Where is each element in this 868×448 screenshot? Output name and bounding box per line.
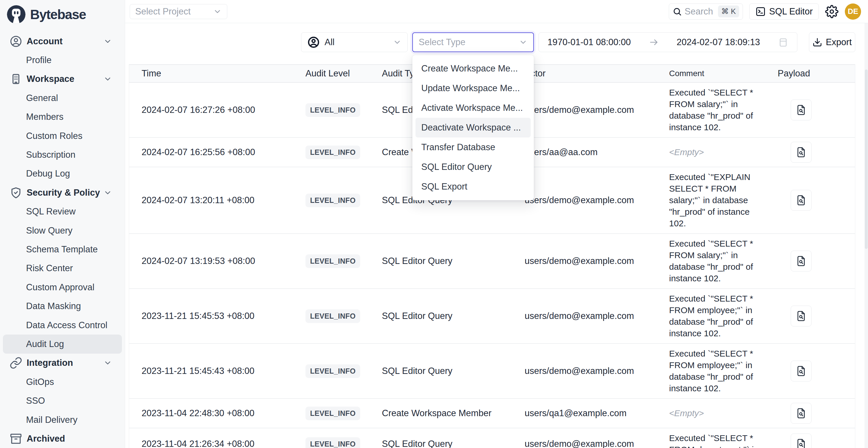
user-circle-icon [9,35,22,48]
date-range-picker[interactable]: 1970-01-01 08:00:00 2024-02-07 18:09:13 [538,32,797,52]
dropdown-option-create-workspace-member[interactable]: Create Workspace Me... [415,59,531,78]
shield-check-icon [9,186,22,199]
sidebar-item-account[interactable]: Account [0,32,125,51]
sql-editor-button[interactable]: SQL Editor [749,3,819,20]
table-row: 2023-11-21 15:45:43 +08:00 LEVEL_INFO SQ… [129,344,855,399]
table-row: 2023-11-21 15:45:53 +08:00 LEVEL_INFO SQ… [129,289,855,344]
avatar[interactable]: DE [845,3,861,20]
sidebar-item-subscription[interactable]: Subscription [0,145,125,164]
logo[interactable]: Bytebase [0,0,125,24]
chevron-down-icon [213,7,222,16]
payload-view-button[interactable] [791,306,811,326]
payload-view-button[interactable] [791,190,811,211]
file-search-icon [796,256,807,266]
download-icon [812,37,822,47]
sidebar-item-gitops[interactable]: GitOps [0,373,125,391]
sidebar-item-workspace[interactable]: Workspace [0,70,125,89]
sidebar-item-custom-roles[interactable]: Custom Roles [0,126,125,145]
brand-name: Bytebase [30,7,86,22]
column-header-comment: Comment [666,69,770,78]
calendar-icon [778,37,788,47]
payload-view-button[interactable] [791,142,811,163]
gear-icon[interactable] [825,5,838,18]
user-circle-icon [307,36,320,49]
search-input[interactable]: Search ⌘ K [669,3,743,20]
dropdown-option-transfer-database[interactable]: Transfer Database [415,137,531,157]
sidebar-item-sql-review[interactable]: SQL Review [0,202,125,221]
level-badge: LEVEL_INFO [305,309,360,323]
chevron-down-icon [519,38,528,46]
actor-filter-select[interactable]: All [301,32,408,52]
type-filter-select[interactable]: Select Type [412,32,534,52]
sidebar-item-members[interactable]: Members [0,108,125,126]
chevron-down-icon [103,37,112,46]
sidebar-item-profile[interactable]: Profile [0,51,125,69]
level-badge: LEVEL_INFO [305,103,360,117]
actor-filter-value: All [324,37,334,47]
dropdown-option-activate-workspace-member[interactable]: Activate Workspace Me... [415,98,531,118]
sidebar-item-integration[interactable]: Integration [0,354,125,373]
file-search-icon [796,408,807,419]
level-badge: LEVEL_INFO [305,146,360,159]
scrollbar-thumb[interactable] [865,69,868,249]
search-placeholder: Search [685,6,713,17]
sidebar-item-audit-log[interactable]: Audit Log [3,334,122,353]
sidebar-item-security-policy[interactable]: Security & Policy [0,183,125,202]
table-row: 2024-02-07 13:19:53 +08:00 LEVEL_INFO SQ… [129,234,855,289]
arrow-right-icon [649,37,659,47]
sidebar-nav: Account Profile Workspace General Member… [0,32,125,448]
bytebase-app: Bytebase Account Profile Workspace Gener… [0,0,868,448]
project-select[interactable]: Select Project [130,4,227,19]
type-filter-placeholder: Select Type [418,37,465,47]
file-search-icon [796,439,807,448]
column-header-actor: Actor [523,68,666,79]
payload-view-button[interactable] [791,403,811,424]
sidebar-item-archived[interactable]: Archived [0,429,125,448]
sidebar-item-data-masking[interactable]: Data Masking [0,297,125,315]
filter-bar: All Select Type 1970-01-01 08:00:00 2024… [301,32,855,52]
sidebar-item-slow-query[interactable]: Slow Query [0,221,125,240]
file-search-icon [796,147,807,158]
vertical-scrollbar[interactable] [865,23,868,448]
table-row: 2023-11-04 22:48:30 +08:00 LEVEL_INFO Cr… [129,399,855,428]
chevron-down-icon [103,359,112,367]
sidebar-item-general[interactable]: General [0,89,125,107]
sidebar-item-custom-approval[interactable]: Custom Approval [0,278,125,297]
payload-view-button[interactable] [791,100,811,120]
sidebar-item-risk-center[interactable]: Risk Center [0,259,125,278]
column-header-time: Time [129,68,301,79]
topbar: Select Project Search ⌘ K SQL Editor DE [125,0,868,23]
dropdown-option-deactivate-workspace-member[interactable]: Deactivate Workspace ... [415,118,531,137]
payload-view-button[interactable] [791,361,811,381]
file-search-icon [796,311,807,322]
chevron-down-icon [103,75,112,83]
file-search-icon [796,104,807,116]
bytebase-logo-icon [7,5,26,24]
archive-icon [9,433,22,445]
dropdown-option-update-workspace-member[interactable]: Update Workspace Me... [415,78,531,98]
level-badge: LEVEL_INFO [305,437,360,448]
date-end: 2024-02-07 18:09:13 [677,37,760,47]
payload-view-button[interactable] [791,434,811,448]
type-filter-dropdown: Create Workspace Me... Update Workspace … [412,55,534,200]
search-shortcut-badge: ⌘ K [718,5,739,18]
chevron-down-icon [393,38,402,46]
sidebar-item-data-access-control[interactable]: Data Access Control [0,316,125,334]
level-badge: LEVEL_INFO [305,194,360,207]
dropdown-option-sql-editor-query[interactable]: SQL Editor Query [415,157,531,177]
payload-view-button[interactable] [791,251,811,271]
link-icon [9,357,22,369]
sidebar-item-schema-template[interactable]: Schema Template [0,240,125,259]
date-start: 1970-01-01 08:00:00 [548,37,631,47]
export-button[interactable]: Export [809,32,855,52]
terminal-icon [755,6,766,17]
table-row: 2023-11-04 21:26:34 +08:00 LEVEL_INFO SQ… [129,428,855,448]
search-icon [673,7,682,16]
sidebar-item-mail-delivery[interactable]: Mail Delivery [0,410,125,429]
level-badge: LEVEL_INFO [305,407,360,420]
sidebar-item-debug-log[interactable]: Debug Log [0,164,125,183]
column-header-audit-level: Audit Level [301,68,379,79]
sidebar-item-sso[interactable]: SSO [0,391,125,410]
column-header-payload: Payload [770,68,856,79]
dropdown-option-sql-export[interactable]: SQL Export [415,177,531,196]
